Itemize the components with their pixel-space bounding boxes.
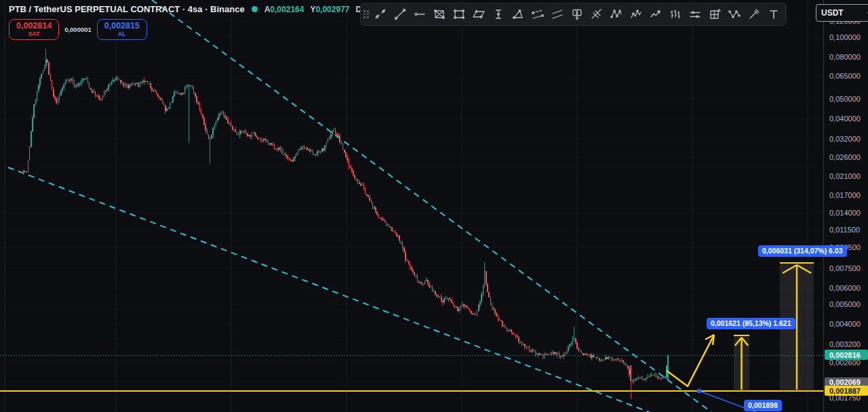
trend-line-icon [393,7,407,21]
pitchfork-tool-button[interactable] [587,5,606,23]
price-label-tool-button[interactable] [567,5,587,23]
xabcd-pattern-tool-button[interactable] [606,5,626,23]
price-tick: 0,065000 [829,72,861,80]
horizontal-ray-tool-button[interactable] [410,5,429,23]
toolbar-drag-handle[interactable] [362,8,370,20]
abcd-pattern-tool-button[interactable] [724,5,744,23]
buy-button[interactable]: 0,002815 AL [97,19,147,40]
vertical-range-icon [492,7,505,21]
flat-lines-icon [688,7,702,21]
price-tick: 0,004000 [829,320,861,328]
current-price-label: 0,002816 [825,350,868,360]
arrow-pin-icon [747,7,761,21]
crossed-rectangle-tool-button[interactable] [429,5,449,23]
triangle-tool-button[interactable] [508,5,528,23]
bars-pattern-tool-button[interactable] [665,5,685,23]
disjoint-channel-icon [551,7,564,21]
trend-segments-icon [374,7,387,21]
price-tick: 0,011500 [829,226,860,234]
price-tick: 0,014000 [829,209,861,217]
triangle-icon [511,7,525,21]
trend-line-tool-button[interactable] [390,5,410,23]
trading-chart-window: PTB / TetherUS PERPETUAL CONTRACT · 4sa … [0,0,868,412]
zigzag-arrow-icon [649,7,663,21]
arrow-pin-tool-button[interactable] [744,5,764,23]
price-tick: 0,080000 [829,53,861,61]
xabcd-pattern-icon [610,7,623,21]
parallelogram-tool-button[interactable] [469,5,488,23]
crossed-rectangle-icon [433,7,446,21]
price-tick: 0,021000 [829,172,861,180]
trend-segments-tool-button[interactable] [370,5,390,23]
anchored-grid-tool-button[interactable] [705,5,724,23]
spread-value: 0,000001 [64,26,92,33]
parallel-channel-icon [531,7,545,21]
support-price-label: 0,001887 [825,386,868,396]
currency-label: USDT [821,8,844,18]
price-tick: 0,017000 [829,191,861,199]
price-tick: 0,040000 [829,115,861,123]
measure-large-label[interactable]: 0,006031 (314,07%) 6.03 [758,245,847,257]
buy-label: AL [104,31,140,37]
rectangle-tool-button[interactable] [449,5,469,23]
text-tool-tool-button[interactable] [764,5,783,23]
parallelogram-icon [472,7,486,21]
price-tick: 0,032000 [829,135,861,143]
price-tick: 0,050000 [829,95,861,103]
open-value: 0,002164 [270,5,304,14]
price-axis[interactable]: 0,1200000,1000000,0800000,0650000,050000… [823,0,868,412]
disjoint-channel-tool-button[interactable] [547,5,567,23]
rectangle-icon [452,7,466,21]
sell-price: 0,002814 [16,22,52,30]
measure-small-label[interactable]: 0,001621 (85,13%) 1.621 [707,318,795,329]
symbol-title[interactable]: PTB / TetherUS PERPETUAL CONTRACT · 4sa … [9,4,245,14]
price-tick: 0,100000 [829,33,861,41]
anchored-grid-icon [708,7,722,21]
sell-button[interactable]: 0,002814 SAT [9,19,59,40]
vertical-range-tool-button[interactable] [488,5,508,23]
price-tick: 0,007500 [829,264,861,272]
currency-dropdown[interactable]: USDT ▾ [816,4,868,22]
market-status-icon [252,6,258,12]
horizontal-ray-icon [413,7,427,21]
parallel-channel-tool-button[interactable] [528,5,547,23]
text-tool-icon [767,7,781,21]
price-tick: 0,006000 [829,284,861,292]
abcd-pattern-icon [728,7,741,21]
buy-price: 0,002815 [104,22,140,30]
drawing-toolbar [360,3,787,26]
price-tick: 0,026000 [829,153,861,161]
sell-label: SAT [16,31,52,37]
candlestick-chart[interactable] [0,0,823,412]
price-tick: 0,005000 [829,300,861,308]
trendline-price-label[interactable]: 0,001898 [744,400,782,411]
price-label-icon [570,7,584,21]
flat-lines-tool-button[interactable] [685,5,705,23]
bars-pattern-icon [669,7,682,21]
elliott-wave-icon [629,7,643,21]
price-tick: 0,003200 [829,340,861,348]
pitchfork-icon [590,7,604,21]
high-value: 0,002977 [315,5,349,14]
zigzag-arrow-tool-button[interactable] [646,5,665,23]
elliott-wave-tool-button[interactable] [626,5,646,23]
